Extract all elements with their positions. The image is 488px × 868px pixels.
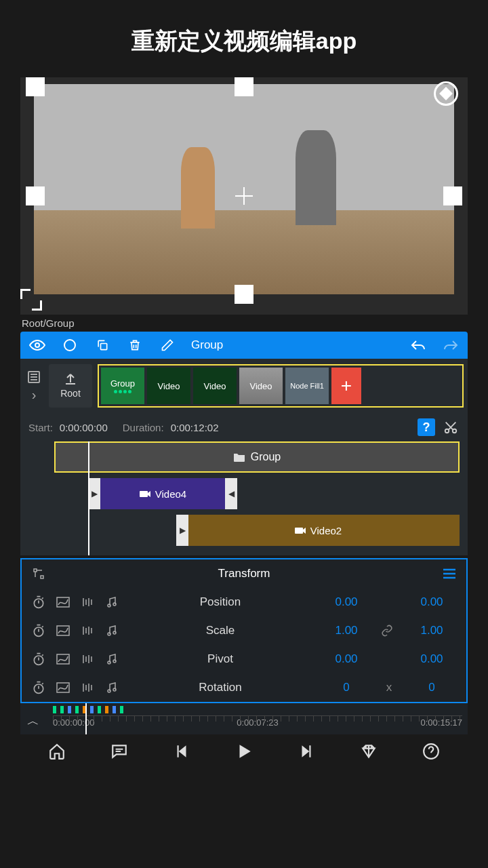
track-video4[interactable]: ▶ Video4 ◀	[88, 478, 237, 509]
svg-point-18	[108, 633, 110, 635]
video-icon	[294, 526, 306, 535]
clip-video-a[interactable]: Video	[147, 368, 190, 404]
stopwatch-icon[interactable]	[31, 680, 46, 695]
playhead[interactable]	[88, 441, 89, 555]
curve-icon[interactable]	[56, 623, 70, 638]
stopwatch-icon[interactable]	[31, 595, 46, 610]
transform-row-scale: Scale1.001.00	[22, 616, 466, 645]
svg-text:?: ?	[423, 420, 430, 434]
resize-handle-top-left[interactable]	[26, 77, 45, 96]
cut-icon[interactable]	[442, 418, 460, 436]
property-value-b[interactable]: 1.00	[407, 624, 457, 637]
clip-edge-left[interactable]: ▶	[88, 478, 100, 509]
track-group[interactable]: Group	[54, 441, 460, 473]
property-value-a[interactable]: 1.00	[321, 624, 371, 637]
property-value-a[interactable]: 0	[321, 681, 371, 694]
music-icon[interactable]	[104, 652, 119, 667]
visibility-icon[interactable]	[28, 336, 46, 354]
music-icon[interactable]	[104, 680, 119, 695]
list-icon[interactable]	[25, 368, 43, 386]
bottom-bar	[20, 734, 468, 766]
root-card[interactable]: Root	[49, 364, 92, 408]
breadcrumb: Root/Group	[20, 315, 468, 332]
stopwatch-icon[interactable]	[31, 623, 46, 638]
step-forward-icon[interactable]	[298, 743, 315, 760]
link-icon[interactable]	[381, 625, 397, 637]
track-video2[interactable]: ▶ Video2	[176, 515, 460, 546]
svg-point-22	[108, 661, 110, 664]
svg-rect-11	[41, 576, 43, 578]
help-icon[interactable]: ?	[418, 418, 435, 436]
trash-icon[interactable]	[126, 336, 144, 354]
svg-point-26	[108, 690, 110, 692]
keyframe-markers	[53, 706, 462, 714]
toolbar: Group	[20, 332, 468, 359]
chevron-right-icon[interactable]: ›	[25, 386, 43, 403]
transform-row-rotation: Rotation0x0	[22, 673, 466, 702]
start-value[interactable]: 0:00:00:00	[60, 422, 108, 433]
transform-gizmo-icon[interactable]	[30, 565, 47, 583]
wiggle-icon[interactable]	[80, 680, 95, 695]
clip-edge-left[interactable]: ▶	[176, 515, 188, 546]
shape-circle-icon[interactable]	[61, 336, 79, 354]
question-icon[interactable]	[422, 743, 440, 760]
clip-group[interactable]: Group	[101, 368, 144, 404]
svg-rect-25	[57, 683, 69, 692]
clip-dots-icon	[114, 390, 131, 393]
mini-playhead[interactable]	[85, 703, 87, 734]
add-clip-button[interactable]: +	[331, 368, 361, 404]
transform-row-position: Position0.000.00	[22, 588, 466, 616]
resize-handle-mid-right[interactable]	[443, 186, 462, 205]
duration-value[interactable]: 0:00:12:02	[171, 422, 219, 433]
undo-icon[interactable]	[409, 336, 427, 354]
rotate-handle[interactable]	[434, 81, 458, 106]
clip-node-fill[interactable]: Node Fill1	[285, 368, 329, 404]
clip-edge-right[interactable]: ◀	[225, 478, 237, 509]
home-icon[interactable]	[48, 743, 66, 760]
property-value-b[interactable]: 0.00	[407, 652, 457, 666]
curve-icon[interactable]	[56, 652, 70, 667]
clip-strip: Group Video Video Video Node Fill1 +	[98, 364, 464, 408]
clip-strip-row: › Root Group Video Video Video Node Fill…	[20, 359, 468, 413]
resize-handle-mid-left[interactable]	[26, 186, 45, 205]
property-value-a[interactable]: 0.00	[321, 595, 371, 609]
diamond-icon[interactable]	[360, 743, 378, 760]
svg-point-15	[113, 603, 116, 606]
curve-icon[interactable]	[56, 595, 70, 610]
center-anchor-icon[interactable]	[235, 187, 253, 205]
timeline[interactable]: Group ▶ Video4 ◀ ▶ Video2	[20, 441, 468, 555]
mini-timeline[interactable]: ︿ 0:00:00:00 0:00:07:23 0:00:15:17	[20, 703, 468, 734]
step-back-icon[interactable]	[173, 743, 190, 760]
music-icon[interactable]	[104, 595, 119, 610]
clip-video-b[interactable]: Video	[193, 368, 237, 404]
start-label: Start:	[28, 422, 53, 433]
svg-rect-13	[57, 597, 69, 607]
svg-rect-9	[295, 528, 303, 534]
music-icon[interactable]	[104, 623, 119, 638]
menu-icon[interactable]	[441, 565, 458, 583]
svg-rect-2	[101, 344, 107, 350]
crop-toggle-icon[interactable]	[20, 289, 42, 311]
wiggle-icon[interactable]	[80, 595, 95, 610]
comment-icon[interactable]	[110, 743, 128, 760]
clip-video-c[interactable]: Video	[239, 368, 283, 404]
time-tick-0: 0:00:00:00	[53, 717, 94, 733]
copy-icon[interactable]	[94, 336, 111, 354]
edit-icon[interactable]	[159, 336, 176, 354]
stopwatch-icon[interactable]	[31, 652, 46, 667]
curve-icon[interactable]	[56, 680, 70, 695]
chevron-up-icon[interactable]: ︿	[27, 713, 39, 729]
wiggle-icon[interactable]	[80, 652, 95, 667]
video-icon	[139, 489, 151, 498]
duration-label: Duration:	[123, 422, 164, 433]
play-icon[interactable]	[235, 743, 253, 760]
preview-canvas[interactable]	[20, 77, 468, 315]
resize-handle-bottom-center[interactable]	[235, 285, 253, 304]
transform-panel: Transform Position0.000.00Scale1.001.00P…	[20, 558, 468, 703]
redo-icon[interactable]	[442, 336, 460, 354]
property-value-b[interactable]: 0	[407, 681, 457, 694]
property-value-a[interactable]: 0.00	[321, 652, 371, 666]
wiggle-icon[interactable]	[80, 623, 95, 638]
resize-handle-top-center[interactable]	[235, 77, 253, 96]
property-value-b[interactable]: 0.00	[407, 595, 457, 609]
